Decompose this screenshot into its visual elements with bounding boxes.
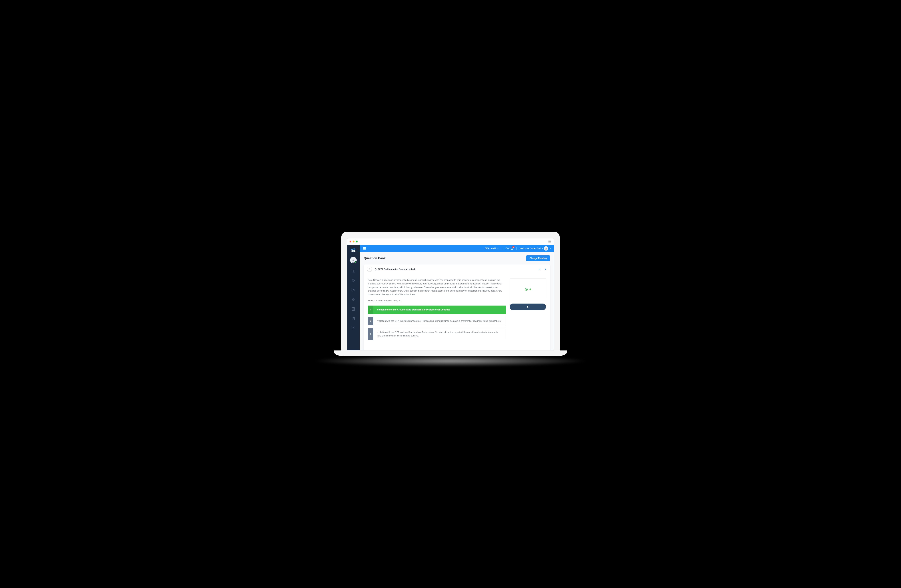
level-label: CFA Level I: [485, 247, 496, 250]
question-prompt: Shaw's actions are most likely in:: [368, 299, 506, 302]
svg-rect-24: [527, 306, 528, 307]
cart-badge: 1: [512, 246, 514, 248]
change-reading-button[interactable]: Change Reading: [526, 255, 550, 261]
sidebar: [347, 245, 360, 350]
welcome-text: Welcome, James Smith: [520, 247, 543, 250]
svg-point-20: [511, 249, 512, 250]
nav-graduation-icon[interactable]: [351, 298, 355, 302]
close-window-dot[interactable]: [349, 241, 351, 242]
svg-rect-25: [528, 306, 528, 307]
question-body: Nate Shaw is a freelance investment advi…: [368, 278, 506, 296]
sidebar-avatar[interactable]: [350, 257, 357, 264]
nav-notebook-icon[interactable]: [351, 307, 355, 312]
answer-text: violation with the CFA Institute Standar…: [373, 317, 506, 325]
page-title: Question Bank: [364, 256, 385, 260]
chevron-down-icon: [497, 248, 499, 250]
question-title: Q. 3074 Guidance for Standards I-VII: [375, 268, 416, 271]
timer-value: 0: [530, 288, 531, 291]
level-selector[interactable]: CFA Level I: [485, 247, 499, 250]
clock-icon: [525, 288, 528, 291]
app-logo[interactable]: [350, 247, 357, 253]
answer-text: compliance of the CFA Institute Standard…: [373, 306, 506, 314]
svg-rect-18: [352, 327, 355, 329]
answer-option-c[interactable]: Cviolation with the CFA Institute Standa…: [368, 328, 506, 340]
pause-icon: [527, 306, 529, 308]
nav-brain-icon[interactable]: [351, 279, 355, 283]
divider: [502, 247, 502, 250]
cart-button[interactable]: Cart 1: [506, 247, 513, 250]
menu-toggle-icon[interactable]: [363, 247, 366, 250]
svg-point-6: [353, 280, 354, 281]
pause-button[interactable]: [510, 304, 546, 310]
timer-widget: 0: [510, 278, 546, 300]
browser-menu-icon[interactable]: [548, 240, 552, 243]
speech-bubble-icon: [367, 267, 372, 272]
user-avatar: [544, 246, 548, 251]
svg-point-5: [352, 279, 355, 282]
minimize-window-dot[interactable]: [353, 241, 354, 242]
answer-text: violation with the CFA Institute Standar…: [373, 328, 506, 340]
nav-video-icon[interactable]: [351, 326, 355, 331]
answer-letter: A: [368, 306, 373, 314]
window-traffic-lights[interactable]: [349, 241, 358, 242]
svg-point-21: [512, 249, 513, 250]
nav-book-icon[interactable]: [351, 269, 355, 274]
answer-option-b[interactable]: Bviolation with the CFA Institute Standa…: [368, 317, 506, 326]
svg-point-22: [546, 248, 547, 249]
svg-point-3: [353, 259, 354, 261]
browser-chrome-bar: [347, 239, 554, 245]
answer-letter: B: [368, 317, 373, 325]
maximize-window-dot[interactable]: [356, 241, 358, 242]
nav-question-icon[interactable]: [351, 288, 355, 293]
answer-option-a[interactable]: Acompliance of the CFA Institute Standar…: [368, 306, 506, 314]
nav-clipboard-icon[interactable]: [351, 317, 355, 321]
user-menu[interactable]: Welcome, James Smith: [520, 246, 551, 251]
topbar: CFA Level I Cart 1 Welcome,: [360, 245, 554, 252]
cart-label: Cart: [506, 247, 510, 250]
prev-question-icon[interactable]: [539, 268, 541, 270]
laptop-mockup: CFA Level I Cart 1 Welcome,: [341, 232, 560, 356]
chevron-down-icon: [549, 248, 551, 250]
next-question-icon[interactable]: [544, 268, 547, 270]
answer-letter: C: [368, 328, 373, 340]
